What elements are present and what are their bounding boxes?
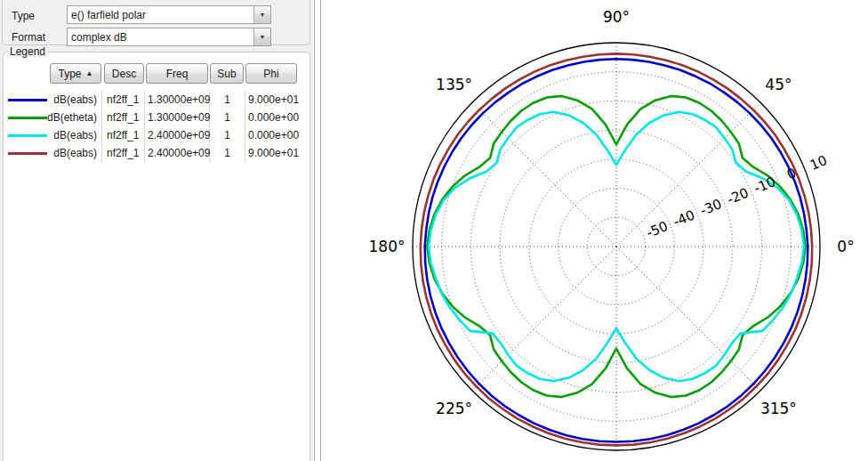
series-color-swatch: [8, 134, 47, 137]
chevron-down-icon: ▼: [260, 12, 266, 18]
column-header-desc[interactable]: Desc: [104, 63, 144, 84]
polar-grid-spoke: [472, 247, 616, 391]
r-tick-label: -50: [644, 218, 671, 241]
series-color-swatch: [8, 152, 47, 155]
column-header-freq[interactable]: Freq: [146, 63, 208, 84]
series-color-swatch: [8, 99, 47, 101]
cell-desc: nf2ff_1: [102, 144, 145, 162]
type-combobox-dropdown-button[interactable]: ▼: [253, 6, 270, 23]
sort-ascending-icon: ▲: [86, 70, 93, 77]
cell-freq: 1.30000e+09: [145, 109, 210, 126]
cell-type: dB(etheta): [50, 109, 102, 126]
cell-desc: nf2ff_1: [102, 109, 145, 126]
format-combobox-value: complex dB: [68, 31, 253, 44]
polar-plot[interactable]: 0°45°90°135°180°225°315°-50-40-30-20-100…: [324, 0, 868, 461]
cell-phi: 9.000e+01: [245, 144, 308, 162]
theta-tick-label: 180°: [369, 238, 406, 255]
theta-tick-label: 0°: [837, 238, 854, 255]
series-color-cell: [5, 144, 50, 162]
cell-type: dB(eabs): [50, 126, 102, 144]
column-header-freq-label: Freq: [166, 68, 189, 80]
format-combobox-dropdown-button[interactable]: ▼: [253, 28, 270, 45]
cell-phi: 9.000e+01: [245, 91, 308, 109]
theta-tick-label: 315°: [760, 400, 797, 417]
r-tick-label: 10: [808, 152, 830, 174]
legend-row[interactable]: dB(eabs) nf2ff_1 2.40000e+09 1 0.000e+00: [5, 126, 308, 144]
plot-panel: 0°45°90°135°180°225°315°-50-40-30-20-100…: [324, 0, 868, 461]
cell-type: dB(eabs): [50, 144, 102, 162]
cell-sub: 1: [210, 126, 245, 144]
cell-desc: nf2ff_1: [102, 126, 145, 144]
theta-tick-label: 135°: [436, 76, 472, 93]
column-header-sub-label: Sub: [217, 68, 236, 80]
type-label: Type: [12, 10, 35, 22]
cell-sub: 1: [210, 144, 245, 162]
series-color-cell: [5, 109, 50, 126]
series-curve-3: [421, 53, 812, 445]
column-header-sub[interactable]: Sub: [210, 63, 244, 84]
series-color-swatch: [8, 117, 47, 119]
r-tick-label: -20: [725, 184, 751, 207]
column-header-phi[interactable]: Phi: [245, 63, 297, 84]
r-tick-label: -30: [698, 196, 725, 219]
series-color-cell: [5, 126, 50, 144]
control-panel: Type e() farfield polar ▼ Format complex…: [0, 0, 313, 461]
cell-phi: 0.000e+00: [245, 126, 308, 144]
type-combobox[interactable]: e() farfield polar ▼: [67, 5, 271, 24]
legend-row[interactable]: dB(etheta) nf2ff_1 1.30000e+09 1 0.000e+…: [5, 109, 308, 126]
format-label: Format: [12, 31, 45, 44]
legend-row[interactable]: dB(eabs) nf2ff_1 2.40000e+09 1 9.000e+01: [5, 144, 308, 162]
theta-tick-label: 45°: [765, 76, 792, 93]
column-header-type[interactable]: Type ▲: [50, 63, 101, 84]
theta-tick-label: 225°: [436, 400, 472, 417]
cell-freq: 1.30000e+09: [145, 91, 210, 109]
r-tick-label: -40: [671, 206, 697, 230]
cell-freq: 2.40000e+09: [145, 126, 210, 144]
panel-splitter[interactable]: [314, 0, 321, 461]
column-header-type-label: Type: [59, 68, 82, 80]
chevron-down-icon: ▼: [260, 34, 266, 40]
legend-group: Type ▲ Desc Freq Sub Phi dB(eabs) nf2ff_…: [3, 52, 310, 461]
cell-sub: 1: [210, 109, 245, 126]
legend-row[interactable]: dB(eabs) nf2ff_1 1.30000e+09 1 9.000e+01: [5, 91, 308, 109]
format-combobox[interactable]: complex dB ▼: [67, 28, 271, 46]
polar-grid-spoke: [616, 247, 760, 391]
series-color-cell: [5, 91, 50, 109]
type-combobox-value: e() farfield polar: [68, 9, 253, 21]
column-header-phi-label: Phi: [263, 68, 278, 80]
cell-type: dB(eabs): [50, 91, 102, 109]
column-header-desc-label: Desc: [112, 68, 136, 80]
cell-desc: nf2ff_1: [102, 91, 145, 109]
polar-grid-spoke: [472, 102, 616, 247]
theta-tick-label: 90°: [603, 8, 630, 26]
cell-sub: 1: [210, 91, 245, 109]
legend-group-title: Legend: [7, 45, 48, 58]
r-tick-label: -10: [751, 174, 778, 197]
plot-settings-group: Type e() farfield polar ▼ Format complex…: [2, 0, 310, 45]
legend-table-body: dB(eabs) nf2ff_1 1.30000e+09 1 9.000e+01…: [5, 91, 308, 162]
cell-freq: 2.40000e+09: [145, 144, 210, 162]
cell-phi: 0.000e+00: [245, 109, 308, 126]
